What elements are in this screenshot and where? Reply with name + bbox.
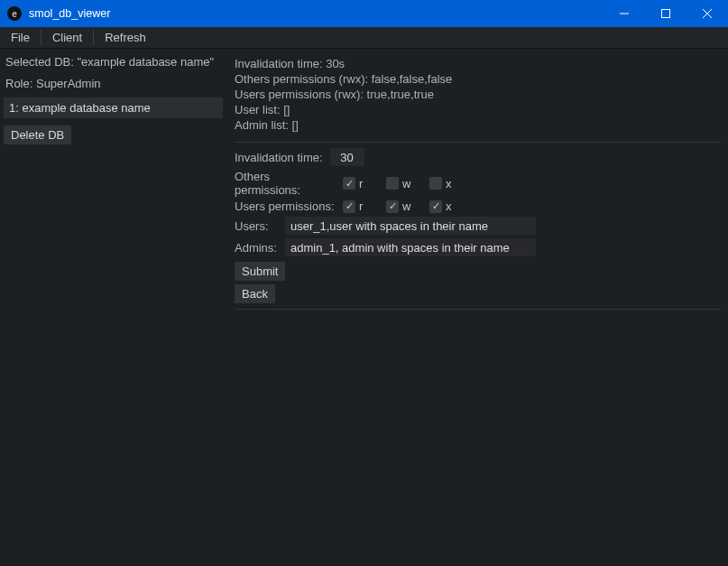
users-permissions-row: Users permissions: r w x bbox=[235, 199, 721, 213]
window-title: smol_db_viewer bbox=[29, 7, 110, 20]
info-others-perms: Others permissions (rwx): false,false,fa… bbox=[235, 71, 721, 87]
others-w-checkbox[interactable] bbox=[386, 177, 399, 190]
perm-r-label: r bbox=[359, 199, 363, 213]
others-r-checkbox[interactable] bbox=[343, 177, 355, 190]
invalidation-label: Invalidation time: bbox=[235, 151, 323, 164]
app-icon: e bbox=[7, 6, 22, 21]
invalidation-row: Invalidation time: bbox=[235, 148, 721, 166]
form-buttons: Submit Back bbox=[235, 260, 721, 305]
minimize-icon bbox=[620, 9, 629, 18]
close-button[interactable] bbox=[687, 0, 728, 27]
menu-client[interactable]: Client bbox=[41, 27, 93, 48]
others-x-checkbox[interactable] bbox=[429, 177, 442, 190]
users-r-checkbox[interactable] bbox=[343, 200, 355, 213]
back-button[interactable]: Back bbox=[235, 284, 275, 303]
close-icon bbox=[703, 9, 712, 18]
info-invalidation: Invalidation time: 30s bbox=[235, 56, 721, 71]
perm-x-label: x bbox=[446, 199, 452, 213]
others-permissions-row: Others permissions: r w x bbox=[235, 170, 721, 197]
db-list-item[interactable]: 1: example database name bbox=[4, 97, 223, 118]
window-titlebar: e smol_db_viewer bbox=[0, 0, 728, 27]
selected-db-label: Selected DB: "example database name" bbox=[0, 51, 226, 72]
db-info-block: Invalidation time: 30s Others permission… bbox=[235, 54, 721, 138]
perm-w-label: w bbox=[402, 177, 410, 190]
info-user-list: User list: [] bbox=[235, 102, 721, 117]
perm-x-label: x bbox=[446, 177, 452, 190]
menubar: File Client Refresh bbox=[0, 27, 728, 49]
menu-refresh[interactable]: Refresh bbox=[94, 27, 157, 48]
main-area: Selected DB: "example database name" Rol… bbox=[0, 49, 728, 566]
perm-w-label: w bbox=[402, 199, 410, 213]
info-users-perms: Users permissions (rwx): true,true,true bbox=[235, 87, 721, 102]
submit-button[interactable]: Submit bbox=[235, 262, 285, 281]
db-list: 1: example database name bbox=[4, 97, 223, 118]
sidebar: Selected DB: "example database name" Rol… bbox=[0, 49, 227, 566]
users-permissions-label: Users permissions: bbox=[235, 199, 337, 213]
admins-input-label: Admins: bbox=[235, 241, 276, 255]
section-divider bbox=[235, 309, 721, 310]
users-input-label: Users: bbox=[235, 219, 276, 233]
users-input-row: Users: bbox=[235, 217, 721, 235]
menu-file[interactable]: File bbox=[0, 27, 41, 48]
users-x-checkbox[interactable] bbox=[429, 200, 442, 213]
role-label: Role: SuperAdmin bbox=[0, 72, 226, 94]
svg-rect-1 bbox=[662, 10, 670, 18]
admins-input[interactable] bbox=[285, 238, 536, 256]
maximize-button[interactable] bbox=[645, 0, 687, 27]
content-panel: Invalidation time: 30s Others permission… bbox=[227, 49, 728, 566]
minimize-button[interactable] bbox=[604, 0, 645, 27]
invalidation-input[interactable] bbox=[330, 148, 364, 166]
section-divider bbox=[235, 142, 721, 143]
delete-db-button[interactable]: Delete DB bbox=[4, 125, 71, 144]
admins-input-row: Admins: bbox=[235, 238, 721, 256]
users-w-checkbox[interactable] bbox=[386, 200, 399, 213]
maximize-icon bbox=[661, 9, 670, 18]
users-input[interactable] bbox=[285, 217, 536, 235]
info-admin-list: Admin list: [] bbox=[235, 117, 721, 133]
perm-r-label: r bbox=[359, 177, 363, 190]
others-permissions-label: Others permissions: bbox=[235, 170, 337, 197]
